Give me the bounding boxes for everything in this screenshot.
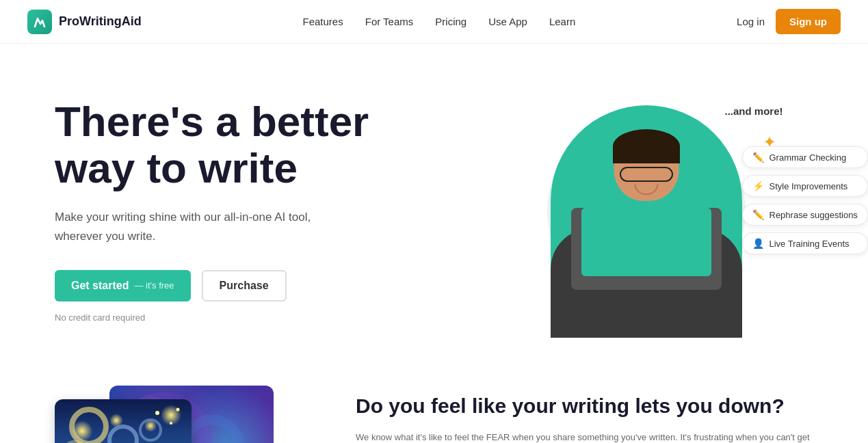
person-teal-bg (551, 105, 742, 338)
pill-style: ⚡ Style Improvements (742, 175, 868, 197)
hero-subtitle: Make your writing shine with our all-in-… (55, 208, 315, 245)
hero-section: There's a better way to write Make your … (0, 44, 868, 372)
login-button[interactable]: Log in (737, 16, 765, 27)
section2: My idea in my head Do you feel like your… (0, 372, 868, 443)
navbar: ProWritingAid Features For Teams Pricing… (0, 0, 868, 44)
painting-cards: My idea in my head (55, 386, 287, 443)
edit-icon: ✏️ (752, 209, 764, 220)
nav-links: Features For Teams Pricing Use App Learn (303, 16, 576, 28)
painting-section: My idea in my head (55, 386, 301, 443)
svg-point-9 (170, 422, 172, 425)
hero-left: There's a better way to write Make your … (55, 85, 451, 323)
svg-point-1 (185, 420, 239, 443)
pill-training: 👤 Live Training Events (742, 232, 868, 254)
logo-icon (27, 10, 52, 34)
svg-point-4 (109, 427, 137, 443)
section2-text-area: Do you feel like your writing lets you d… (356, 386, 813, 443)
logo[interactable]: ProWritingAid (27, 10, 142, 34)
and-more-text: ...and more! (724, 105, 782, 117)
purchase-button[interactable]: Purchase (202, 270, 287, 301)
no-credit-text: No credit card required (55, 312, 451, 323)
nav-item-use-app[interactable]: Use App (488, 16, 527, 28)
svg-point-6 (140, 420, 161, 440)
section2-body: We know what it's like to feel the FEAR … (356, 430, 813, 443)
hero-title: There's a better way to write (55, 98, 451, 191)
nav-item-for-teams[interactable]: For Teams (365, 16, 414, 28)
get-started-button[interactable]: Get started — it's free (55, 270, 191, 301)
nav-actions: Log in Sign up (737, 9, 841, 34)
section2-title: Do you feel like your writing lets you d… (356, 392, 813, 419)
hero-buttons: Get started — it's free Purchase (55, 270, 451, 301)
card-front: My idea in my head (55, 399, 192, 443)
signup-button[interactable]: Sign up (776, 9, 841, 34)
person-icon: 👤 (752, 238, 764, 249)
nav-item-features[interactable]: Features (303, 16, 343, 28)
svg-point-3 (72, 410, 106, 443)
pencil-icon: ✏️ (752, 152, 764, 163)
feature-pills: ✏️ Grammar Checking ⚡ Style Improvements… (742, 146, 868, 254)
svg-point-8 (155, 411, 159, 415)
hero-illustration: ✏️ Grammar Checking ⚡ Style Improvements… (451, 85, 841, 345)
lightning-icon: ⚡ (752, 180, 764, 191)
svg-point-10 (176, 408, 180, 412)
logo-text: ProWritingAid (59, 14, 142, 29)
pill-rephrase: ✏️ Rephrase suggestions (742, 204, 868, 226)
pill-grammar: ✏️ Grammar Checking (742, 146, 868, 168)
nav-item-learn[interactable]: Learn (549, 16, 575, 28)
nav-item-pricing[interactable]: Pricing (435, 16, 466, 28)
